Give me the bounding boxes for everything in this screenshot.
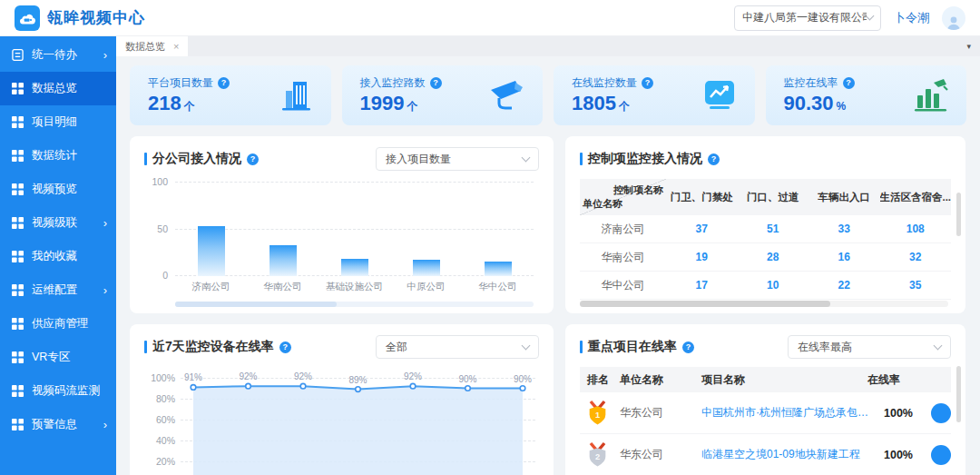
sidebar-item-4[interactable]: 视频预览	[0, 173, 116, 206]
help-icon[interactable]: ?	[430, 77, 442, 89]
data-point[interactable]	[410, 383, 416, 389]
filter-select[interactable]: 全部	[376, 335, 539, 359]
panel-title: 重点项目在线率 ?	[580, 339, 694, 355]
svg-text:2: 2	[595, 452, 600, 461]
username[interactable]: 卜令潮	[894, 10, 929, 26]
company-select-value: 中建八局第一建设有限公司	[742, 10, 867, 25]
count-cell[interactable]: 19	[666, 251, 738, 263]
sidebar-item-6[interactable]: 我的收藏	[0, 240, 116, 273]
data-point-label: 92%	[239, 371, 257, 381]
count-cell[interactable]: 35	[880, 279, 952, 292]
bar-slot	[318, 259, 390, 276]
sidebar-item-3[interactable]: 数据统计	[0, 139, 116, 173]
x-axis-tick-label: 华中公司	[462, 281, 534, 293]
count-cell[interactable]: 16	[808, 251, 880, 263]
horizontal-scrollbar[interactable]	[580, 301, 948, 307]
data-point[interactable]	[466, 386, 471, 391]
data-point[interactable]	[356, 387, 361, 392]
sidebar-item-8[interactable]: 供应商管理	[0, 307, 116, 341]
chevron-right-icon: ›	[103, 283, 107, 297]
filter-select-value: 全部	[386, 340, 407, 355]
table-row: 华南公司19281632	[580, 243, 951, 272]
data-point[interactable]	[300, 383, 306, 389]
bar-华南公司[interactable]	[270, 245, 297, 276]
svg-text:1: 1	[595, 411, 600, 420]
data-point[interactable]	[520, 386, 525, 391]
sidebar: 统一待办›数据总览项目明细数据统计视频预览视频级联›我的收藏运维配置›供应商管理…	[0, 36, 116, 475]
sidebar-item-2[interactable]: 项目明细	[0, 105, 116, 139]
count-cell[interactable]: 37	[666, 223, 738, 235]
title-bar-accent	[144, 153, 147, 165]
main-content: 平台项目数量?218个接入监控路数?1999个在线监控数量?1805个监控在线率…	[116, 56, 980, 475]
count-cell[interactable]: 10	[738, 279, 809, 292]
grid-icon	[12, 83, 24, 95]
metric-select[interactable]: 接入项目数量	[376, 147, 539, 171]
vertical-scrollbar[interactable]	[956, 193, 961, 236]
project-link[interactable]: 中国杭州市·杭州恒隆广场总承包（标段1）工程	[701, 405, 884, 421]
count-cell[interactable]: 51	[738, 223, 809, 235]
diagonal-header-cell: 控制项名称 单位名称	[580, 179, 666, 215]
sidebar-item-0[interactable]: 统一待办›	[0, 38, 116, 72]
count-cell[interactable]: 33	[808, 223, 880, 235]
bar-中原公司[interactable]	[413, 260, 440, 276]
help-icon[interactable]: ?	[708, 153, 720, 165]
stat-card-3: 监控在线率?90.30%	[766, 65, 967, 125]
tab-data-overview[interactable]: 数据总览 ×	[116, 36, 188, 56]
horizontal-scrollbar-thumb[interactable]	[580, 301, 830, 307]
key-projects-header: 排名 单位名称 项目名称 在线率	[580, 367, 951, 392]
vertical-scrollbar[interactable]	[956, 366, 961, 422]
bars-row	[175, 182, 534, 276]
table-row: 华中公司17102235	[580, 272, 951, 300]
help-icon[interactable]: ?	[279, 341, 291, 353]
panel-7day-online-rate: 近7天监控设备在线率 ? 全部 100%80%60%40%20%0%91%92%…	[130, 324, 554, 475]
help-icon[interactable]: ?	[642, 77, 653, 89]
line-chart-svg: 91%92%92%89%92%90%90%	[181, 363, 535, 475]
chevron-down-icon[interactable]: ▾	[966, 42, 971, 51]
avatar[interactable]	[942, 6, 965, 30]
sidebar-item-5[interactable]: 视频级联›	[0, 206, 116, 240]
stat-card-label-row: 监控在线率?	[784, 75, 911, 91]
count-cell[interactable]: 22	[808, 279, 880, 292]
stat-card-unit: 个	[184, 100, 195, 113]
company-select[interactable]: 中建八局第一建设有限公司	[734, 5, 881, 31]
sidebar-item-7[interactable]: 运维配置›	[0, 273, 116, 307]
project-link[interactable]: 临港星空之境01-09地块新建工程	[701, 447, 884, 462]
grid-icon	[12, 318, 24, 331]
data-point[interactable]	[191, 385, 196, 391]
chart-scrollbar[interactable]	[175, 302, 534, 307]
grid-icon	[12, 419, 24, 431]
bar-济南公司[interactable]	[198, 226, 225, 276]
sidebar-item-10[interactable]: 视频码流监测	[0, 374, 116, 408]
panel-key-projects: 重点项目在线率 ? 在线率最高 排名 单位名称 项目名称 在线率 1华东公司中国…	[565, 324, 965, 475]
data-point[interactable]	[246, 383, 251, 389]
sidebar-item-label: 视频预览	[32, 182, 107, 197]
column-header: 车辆出入口	[808, 179, 880, 215]
stat-card-info: 接入监控路数?1999个	[360, 75, 487, 116]
y-axis-tick-label: 60%	[144, 414, 175, 425]
help-icon[interactable]: ?	[843, 77, 855, 89]
bar-华中公司[interactable]	[485, 262, 512, 276]
panel-title-text: 控制项监控接入情况	[588, 151, 702, 167]
count-cell[interactable]: 108	[880, 223, 952, 235]
control-table-body: 济南公司375133108华南公司19281632华中公司17102235	[580, 215, 951, 300]
sidebar-item-label: 视频级联	[32, 215, 103, 231]
sidebar-item-label: 预警信息	[32, 417, 103, 432]
help-icon[interactable]: ?	[218, 77, 230, 89]
sort-select[interactable]: 在线率最高	[788, 335, 951, 359]
chart-scrollbar-thumb[interactable]	[175, 302, 337, 307]
help-icon[interactable]: ?	[247, 153, 259, 165]
count-cell[interactable]: 32	[880, 251, 952, 263]
title-bar-accent	[580, 341, 583, 353]
help-icon[interactable]: ?	[682, 341, 694, 353]
sidebar-item-9[interactable]: VR专区	[0, 341, 116, 374]
monitor-chart-icon	[699, 77, 740, 114]
sidebar-item-11[interactable]: 预警信息›	[0, 408, 116, 441]
stat-card-label-row: 平台项目数量?	[148, 75, 275, 91]
close-icon[interactable]: ×	[173, 41, 179, 52]
bar-基础设施公司[interactable]	[341, 259, 368, 276]
count-cell[interactable]: 17	[666, 279, 738, 292]
count-cell[interactable]: 28	[738, 251, 809, 263]
data-point-label: 89%	[348, 375, 367, 385]
panel-key-projects-head: 重点项目在线率 ? 在线率最高	[580, 335, 951, 359]
sidebar-item-1[interactable]: 数据总览	[0, 72, 116, 105]
